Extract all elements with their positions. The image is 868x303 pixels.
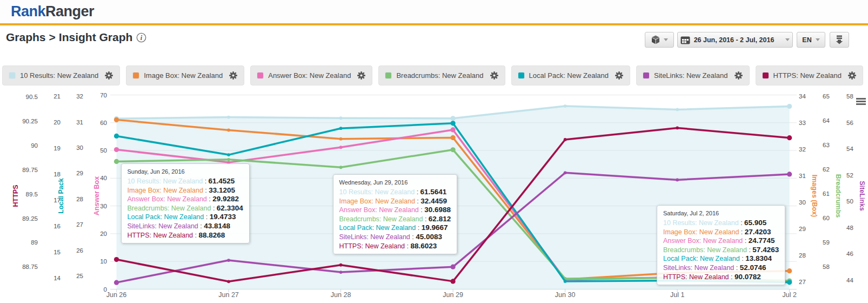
- tooltip-row: Breadcrumbs: New Zealand : 62.3304: [128, 204, 243, 213]
- axis-localpack: 1415161718192021Local Pack: [54, 93, 65, 281]
- data-point[interactable]: [676, 179, 679, 182]
- svg-text:31: 31: [76, 119, 83, 126]
- data-point[interactable]: [114, 147, 119, 152]
- data-point[interactable]: [114, 280, 119, 285]
- axis-title-answerbox: Answer Box: [93, 176, 101, 215]
- data-point[interactable]: [451, 279, 456, 284]
- tooltip-row: SiteLinks: New Zealand : 43.8148: [128, 222, 243, 231]
- data-point[interactable]: [564, 280, 567, 283]
- data-point[interactable]: [451, 127, 456, 132]
- data-point[interactable]: [787, 135, 792, 140]
- svg-text:27: 27: [76, 221, 83, 228]
- svg-text:Jul 1: Jul 1: [670, 291, 684, 299]
- svg-text:26: 26: [76, 247, 83, 254]
- svg-text:15: 15: [54, 249, 61, 255]
- data-point[interactable]: [787, 172, 792, 176]
- data-point[interactable]: [339, 166, 343, 169]
- data-point[interactable]: [339, 146, 343, 149]
- data-point[interactable]: [227, 259, 230, 262]
- data-point[interactable]: [564, 138, 567, 141]
- axis-title-images: Images (Box): [811, 175, 818, 218]
- tooltip-wednesday-jun-29-2016: Wednesday, Jun 29, 201610 Results: New Z…: [333, 174, 458, 254]
- axis-breadcrumbs: 5859606162636465Breadcrumbs: [823, 93, 842, 270]
- data-point[interactable]: [227, 129, 230, 132]
- hamburger-menu-icon[interactable]: [856, 98, 866, 105]
- data-point[interactable]: [451, 147, 456, 152]
- axis-https: 88.758989.2589.589.759090.2590.5HTTPS: [12, 94, 38, 270]
- tooltip-title: Saturday, Jul 2, 2016: [663, 210, 779, 216]
- tooltip-row: Local Pack: New Zealand : 19.9667: [339, 223, 451, 233]
- tooltip-row: HTTPS: New Zealand : 88.8268: [128, 231, 243, 240]
- data-point[interactable]: [451, 116, 456, 121]
- svg-text:54: 54: [846, 146, 853, 152]
- svg-text:60: 60: [100, 120, 107, 126]
- data-point[interactable]: [339, 127, 343, 130]
- data-point[interactable]: [451, 265, 456, 269]
- svg-text:30: 30: [76, 144, 83, 151]
- svg-text:60: 60: [823, 215, 830, 221]
- svg-text:90: 90: [31, 142, 38, 149]
- data-point[interactable]: [451, 121, 456, 126]
- data-point[interactable]: [451, 135, 456, 140]
- axis-title-breadcrumbs: Breadcrumbs: [834, 174, 842, 218]
- tooltip-row: Answer Box: New Zealand : 29.9282: [128, 195, 243, 204]
- tooltip-row: SiteLinks: New Zealand : 45.0083: [339, 233, 451, 242]
- data-point[interactable]: [114, 159, 119, 164]
- axis-title-https: HTTPS: [12, 185, 19, 207]
- data-point[interactable]: [227, 158, 230, 161]
- svg-text:59: 59: [823, 239, 830, 246]
- data-point[interactable]: [339, 137, 343, 141]
- svg-text:62: 62: [823, 166, 830, 173]
- svg-text:50: 50: [846, 198, 853, 205]
- tooltip-title: Wednesday, Jun 29, 2016: [339, 179, 451, 186]
- svg-text:21: 21: [54, 93, 61, 100]
- svg-text:Jun 26: Jun 26: [106, 291, 127, 299]
- data-point[interactable]: [227, 153, 230, 156]
- data-point[interactable]: [227, 116, 230, 119]
- svg-text:28: 28: [799, 252, 806, 259]
- data-point[interactable]: [114, 134, 119, 139]
- tooltip-row: Image Box: New Zealand : 27.4203: [663, 228, 779, 237]
- svg-text:65: 65: [823, 93, 830, 100]
- tooltip-row: Breadcrumbs: New Zealand : 57.4263: [663, 246, 779, 255]
- data-point[interactable]: [676, 108, 679, 111]
- svg-text:56: 56: [846, 120, 853, 126]
- data-point[interactable]: [339, 271, 343, 274]
- svg-text:Jun 27: Jun 27: [218, 291, 239, 299]
- data-point[interactable]: [787, 280, 792, 285]
- data-point[interactable]: [787, 104, 792, 109]
- data-point[interactable]: [564, 171, 567, 174]
- data-point[interactable]: [227, 280, 230, 283]
- axis-images: 2728293031323334Images (Box): [799, 93, 818, 285]
- svg-text:30: 30: [799, 199, 806, 206]
- data-point[interactable]: [339, 116, 343, 120]
- svg-text:30: 30: [100, 203, 107, 209]
- tooltip-row: Answer Box: New Zealand : 24.7745: [663, 236, 779, 246]
- tooltip-row: Local Pack: New Zealand : 13.8304: [663, 254, 779, 264]
- svg-text:19: 19: [54, 145, 61, 152]
- data-point[interactable]: [114, 257, 119, 262]
- tooltip-row: 10 Results: New Zealand : 61.5641: [339, 188, 451, 197]
- tooltip-row: Answer Box: New Zealand : 30.6988: [339, 206, 451, 215]
- tooltip-row: HTTPS: New Zealand : 88.6023: [339, 242, 451, 251]
- svg-text:31: 31: [799, 173, 806, 179]
- data-point[interactable]: [676, 127, 679, 130]
- svg-text:16: 16: [54, 223, 61, 229]
- tooltip-row: 10 Results: New Zealand : 65.905: [663, 219, 779, 228]
- svg-text:Jun 30: Jun 30: [555, 291, 576, 299]
- axis-title-sitelinks: SiteLinks: [858, 181, 866, 211]
- svg-text:58: 58: [846, 93, 853, 100]
- data-point[interactable]: [114, 117, 119, 122]
- svg-text:Jul 2: Jul 2: [782, 291, 796, 299]
- svg-text:40: 40: [100, 175, 107, 181]
- tooltip-row: SiteLinks: New Zealand : 52.0746: [663, 264, 779, 273]
- svg-text:Jun 28: Jun 28: [331, 291, 351, 299]
- data-point[interactable]: [564, 104, 567, 108]
- svg-text:64: 64: [823, 117, 830, 124]
- svg-text:20: 20: [100, 230, 107, 237]
- data-point[interactable]: [787, 268, 792, 273]
- data-point[interactable]: [339, 264, 343, 267]
- svg-text:89.75: 89.75: [22, 167, 38, 173]
- tooltip-row: HTTPS: New Zealand : 90.0782: [663, 273, 779, 282]
- tooltip-title: Sunday, Jun 26, 2016: [128, 168, 243, 175]
